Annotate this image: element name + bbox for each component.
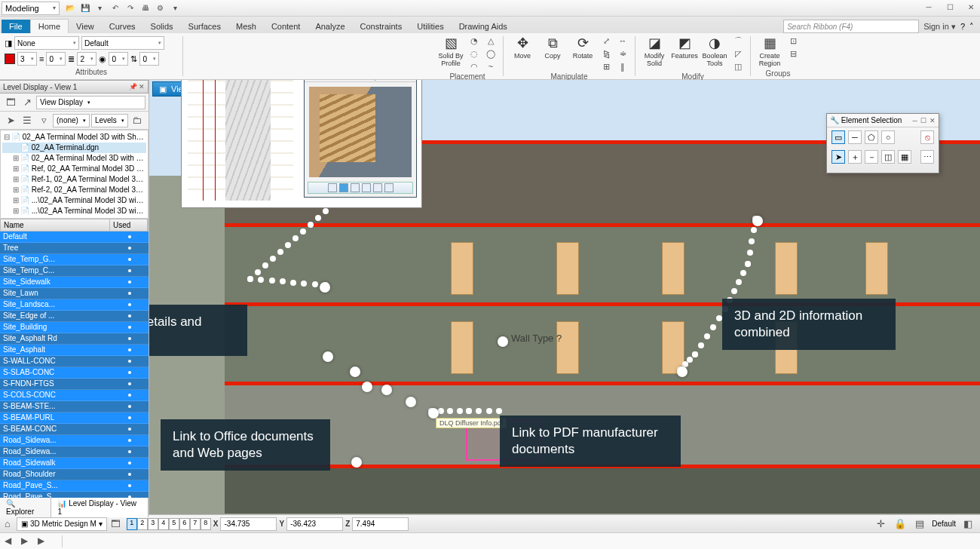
default-dropdown[interactable]: Default <box>81 36 164 50</box>
view-cube-icon[interactable]: ▣ <box>159 84 167 94</box>
sb-views-icon[interactable]: 🗔 <box>109 517 124 532</box>
view-btn-4[interactable]: 4 <box>158 518 169 530</box>
symbology-icon[interactable]: 🗀 <box>130 113 145 128</box>
sphere-icon[interactable]: ◔ <box>467 35 482 47</box>
tab-view[interactable]: View <box>69 20 102 33</box>
es-add-icon[interactable]: ＋ <box>848 150 862 164</box>
panel-close-icon[interactable]: ✕ <box>139 83 145 90</box>
tree-row[interactable]: ⊞📄 Ref-2, 02_AA Terminal Model 3D with S… <box>2 185 146 195</box>
ribbon-collapse-icon[interactable]: ˄ <box>969 22 974 32</box>
tree-row[interactable]: ⊞📄 02_AA Terminal Model 3D with Sheets.d… <box>2 153 146 164</box>
pv-rotate-left-icon[interactable] <box>362 183 371 192</box>
filter-icon[interactable]: ▿ <box>36 113 51 128</box>
col-used[interactable]: Used <box>110 219 148 231</box>
view-btn-7[interactable]: 7 <box>190 518 201 530</box>
sb-lock-icon[interactable]: 🔒 <box>893 517 908 532</box>
level-row[interactable]: Site_Lawn <box>0 288 149 299</box>
settings-icon[interactable]: ⚙ <box>155 2 167 14</box>
level-row[interactable]: Site_Sidewalk <box>0 277 149 288</box>
tree-row[interactable]: ⊟📄 02_AA Terminal Model 3D with Sheets.d… <box>2 132 146 143</box>
boolean-button[interactable]: ◑Boolean Tools <box>700 35 729 68</box>
es-max-icon[interactable]: ☐ <box>920 117 926 124</box>
mirror-icon[interactable]: ⧎ <box>599 48 614 60</box>
level-rows[interactable]: DefaultTreeSite_Temp_G...Site_Temp_C...S… <box>0 232 149 499</box>
open-icon[interactable]: 📂 <box>64 2 76 14</box>
chamfer-icon[interactable]: ◸ <box>730 48 746 60</box>
tab-solids[interactable]: Solids <box>143 20 181 33</box>
level-row[interactable]: Site_Building <box>0 322 149 333</box>
x-coord-field[interactable]: -34.735 <box>220 517 277 531</box>
file-tree[interactable]: ⊟📄 02_AA Terminal Model 3D with Sheets.d… <box>0 130 149 219</box>
shell-icon[interactable]: ◫ <box>730 60 746 72</box>
torus-icon[interactable]: ◯ <box>483 48 498 60</box>
window-restore-button[interactable]: ☐ <box>942 3 957 14</box>
workflow-dropdown[interactable]: Modeling <box>2 2 60 15</box>
sb-scale-icon[interactable]: ◧ <box>960 517 975 532</box>
style-value-dd[interactable]: 0 <box>46 52 66 66</box>
level-icon[interactable]: ◨ <box>5 38 12 48</box>
tab-curves[interactable]: Curves <box>102 20 143 33</box>
save-icon[interactable]: 💾 <box>79 2 91 14</box>
es-pointer-icon[interactable]: ➤ <box>831 150 845 164</box>
tab-level-display[interactable]: 📊 Level Display - View 1 <box>51 498 149 517</box>
levels-dropdown[interactable]: Levels <box>91 114 128 127</box>
priority-value-dd[interactable]: 0 <box>139 52 159 66</box>
model-selector-dropdown[interactable]: ▣ 3D Metric Design M ▾ <box>17 517 107 531</box>
level-row[interactable]: Road_Sidewalk <box>0 458 149 469</box>
cmd-back-icon[interactable]: ◀ <box>5 535 17 547</box>
panel-header[interactable]: Level Display - View 1 📌✕ <box>0 80 149 94</box>
level-row[interactable]: Default <box>0 232 149 243</box>
pv-play-icon[interactable] <box>339 183 348 192</box>
tab-explorer[interactable]: 🔍 Explorer <box>0 498 51 517</box>
level-row[interactable]: Road_Pave_S... <box>0 480 149 492</box>
level-row[interactable]: Tree <box>0 243 149 254</box>
es-sub-icon[interactable]: － <box>865 150 878 164</box>
view-btn-2[interactable]: 2 <box>137 518 148 530</box>
align-icon[interactable]: ≑ <box>615 48 630 60</box>
element-selection-toolbox[interactable]: 🔧 Element Selection ─☐✕ ▭ ─ ⬠ ○ ⦸ ➤ ＋ － … <box>826 113 939 173</box>
level-row[interactable]: S-SLAB-CONC <box>0 367 149 379</box>
es-disable-icon[interactable]: ⦸ <box>920 130 934 144</box>
tab-file[interactable]: File <box>2 20 30 33</box>
tab-mesh[interactable]: Mesh <box>228 20 264 33</box>
features-button[interactable]: ◩Features <box>670 35 699 60</box>
scale-icon[interactable]: ⤢ <box>599 35 614 47</box>
tab-utilities[interactable]: Utilities <box>409 20 451 33</box>
tab-home[interactable]: Home <box>30 19 69 33</box>
tree-row[interactable]: ⊞📄 Ref-1, 02_AA Terminal Model 3D with S… <box>2 174 146 185</box>
cursor-icon[interactable]: ➤ <box>3 113 18 128</box>
viewport-canvas[interactable]: ▣ View... ─☐✕ <box>149 80 980 514</box>
z-coord-field[interactable]: 7.494 <box>352 517 409 531</box>
es-circle-icon[interactable]: ○ <box>881 130 895 144</box>
sweep-icon[interactable]: ~ <box>483 60 498 72</box>
offset-icon[interactable]: ‖ <box>615 60 630 72</box>
help-icon[interactable]: ? <box>960 22 965 31</box>
list-icon[interactable]: ☰ <box>20 113 35 128</box>
none-dropdown[interactable]: None <box>14 36 79 50</box>
sb-snap-icon[interactable]: ✛ <box>873 517 888 532</box>
redo-icon[interactable]: ↷ <box>124 2 136 14</box>
tab-content[interactable]: Content <box>264 20 308 33</box>
level-row[interactable]: S-FNDN-FTGS <box>0 379 149 390</box>
tab-analyze[interactable]: Analyze <box>308 20 352 33</box>
pv-prev-icon[interactable] <box>328 183 337 192</box>
view-btn-8[interactable]: 8 <box>201 518 211 530</box>
level-row[interactable]: Road_Sidewa... <box>0 435 149 446</box>
es-min-icon[interactable]: ─ <box>913 117 917 124</box>
tab-constraints[interactable]: Constraints <box>353 20 410 33</box>
arrow-icon[interactable]: ↗ <box>20 95 35 110</box>
tree-row[interactable]: ⊞📄 Ref, 02_AA Terminal Model 3D with She… <box>2 164 146 174</box>
sign-in-link[interactable]: Sign in ▾ <box>923 22 956 32</box>
level-row[interactable]: Site_Temp_G... <box>0 254 149 265</box>
col-name[interactable]: Name <box>1 219 110 231</box>
level-row[interactable]: Road_Sidewa... <box>0 446 149 458</box>
sb-level-icon[interactable]: ▤ <box>912 517 927 532</box>
level-row[interactable]: S-BEAM-CONC <box>0 424 149 435</box>
qat-more-icon[interactable]: ▾ <box>170 2 182 14</box>
color-value-dd[interactable]: 3 <box>17 52 37 66</box>
es-line-icon[interactable]: ─ <box>848 130 862 144</box>
cylinder-icon[interactable]: ◌ <box>467 48 482 60</box>
es-all-icon[interactable]: ▦ <box>898 150 911 164</box>
level-row[interactable]: Site_Landsca... <box>0 299 149 311</box>
view-btn-6[interactable]: 6 <box>179 518 190 530</box>
